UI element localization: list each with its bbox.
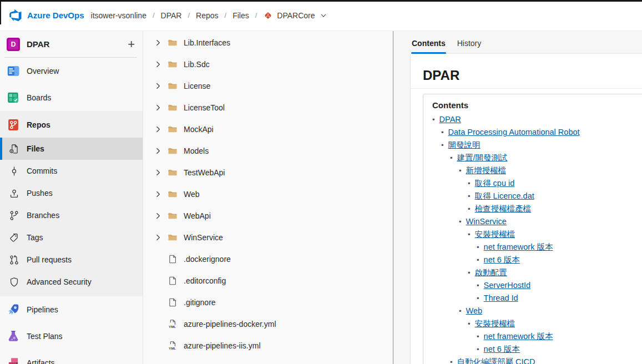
chevron-right-icon[interactable]: [154, 190, 163, 199]
sidebar-item-pull-requests[interactable]: Pull requests: [0, 249, 143, 271]
tree-folder-models[interactable]: Models: [143, 140, 393, 161]
toc-link-item-16[interactable]: 安裝授權檔: [475, 319, 515, 328]
azure-devops-logo-icon[interactable]: [8, 8, 22, 22]
sidebar-item-commits[interactable]: Commits: [0, 160, 143, 182]
toc-item: •Web: [459, 305, 642, 317]
sidebar-item-files[interactable]: Files: [0, 138, 143, 160]
tree-file-partial[interactable]: [143, 360, 393, 364]
tree-file-dockerignore[interactable]: .dockerignore: [143, 248, 393, 270]
chevron-right-icon[interactable]: [154, 211, 163, 220]
toc-link-item-3[interactable]: 建置/開發測試: [457, 153, 508, 162]
tree-item-label: .editorconfig: [184, 276, 226, 285]
project-header[interactable]: D DPAR +: [0, 31, 143, 57]
toc-bullet: •: [477, 243, 479, 251]
breadcrumb: itsower-vsonline/DPAR/Repos/Files/DPARCo…: [91, 11, 331, 21]
toc-link-item-9[interactable]: 安裝授權檔: [475, 230, 515, 239]
brand-title[interactable]: Azure DevOps: [27, 11, 84, 20]
toc-link-cicd[interactable]: 自動化編譯部屬 CICD: [457, 357, 535, 364]
sidebar-item-tags[interactable]: Tags: [0, 226, 143, 249]
toc-link-thread-id[interactable]: Thread Id: [484, 294, 518, 302]
repo-picker[interactable]: DPARCore: [263, 11, 331, 21]
sidebar-item-boards[interactable]: Boards: [0, 84, 143, 111]
toc-link-item-7[interactable]: 檢查授權檔產檔: [475, 204, 532, 213]
folder-icon: [168, 124, 178, 134]
breadcrumb-item-dpar[interactable]: DPAR: [161, 11, 182, 20]
toc-link-licence-dat[interactable]: 取得 Licence.dat: [475, 191, 534, 200]
tree-indent: [154, 298, 163, 307]
sidebar-item-artifacts[interactable]: Artifacts: [0, 350, 143, 364]
tree-folder-lib-interfaces[interactable]: Lib.Interfaces: [143, 32, 393, 53]
tree-folder-winservice[interactable]: WinService: [143, 226, 393, 248]
toc-link-serverhostid[interactable]: ServerHostId: [484, 281, 531, 290]
panel-tabbar: ContentsHistory: [393, 31, 642, 54]
sidebar-item-pushes[interactable]: Pushes: [0, 182, 143, 204]
breadcrumb-item-itsower-vsonline[interactable]: itsower-vsonline: [91, 11, 146, 20]
tree-folder-testwebapi[interactable]: TestWebApi: [143, 161, 393, 183]
chevron-right-icon[interactable]: [154, 233, 163, 242]
toc-link-net-6[interactable]: net 6 版本: [484, 345, 520, 353]
tree-folder-web[interactable]: Web: [143, 183, 393, 205]
sidebar-item-label: Artifacts: [27, 358, 55, 364]
window-top-edge: [0, 0, 642, 2]
toc-bullet: •: [477, 281, 479, 290]
toc-bullet: •: [468, 179, 471, 188]
toc-item: •新增授權檔: [459, 164, 642, 177]
sidebar-item-test-plans[interactable]: Test Plans: [0, 323, 143, 350]
sidebar-nav-repos-section: ReposFilesCommitsPushesBranchesTagsPull …: [0, 111, 143, 296]
tree-folder-mockapi[interactable]: MockApi: [143, 118, 393, 140]
tree-folder-licensetool[interactable]: LicenseTool: [143, 97, 393, 118]
sidebar-item-overview[interactable]: Overview: [0, 58, 143, 84]
tree-file-azure-pipelines-docker-yml[interactable]: YMLazure-pipelines-docker.yml: [143, 313, 393, 335]
chevron-down-icon: [320, 12, 327, 19]
tree-file-gitignore[interactable]: .gitignore: [143, 291, 393, 313]
toc-link-net-framework[interactable]: net framework 版本: [484, 242, 553, 251]
commits-icon: [9, 166, 19, 176]
sidebar-item-advanced-security[interactable]: Advanced Security: [0, 271, 143, 293]
breadcrumb-item-files[interactable]: Files: [232, 11, 249, 20]
chevron-right-icon[interactable]: [154, 60, 163, 69]
breadcrumb-item-repos[interactable]: Repos: [196, 11, 218, 20]
chevron-right-icon[interactable]: [154, 82, 163, 90]
toc-link-item-12[interactable]: 啟動配置: [475, 268, 507, 277]
chevron-right-icon[interactable]: [154, 168, 163, 177]
content-panel: ContentsHistory DPAR Contents •DPAR•Data…: [393, 31, 642, 364]
tree-file-azure-pipelines-iis-yml[interactable]: YMLazure-pipelines-iis.yml: [143, 335, 393, 356]
toc-link-cpu-id[interactable]: 取得 cpu id: [475, 179, 515, 188]
tree-item-label: WebApi: [184, 211, 211, 220]
toc-link-net-framework[interactable]: net framework 版本: [484, 332, 553, 341]
repos-icon: [7, 118, 20, 132]
tree-folder-lib-sdc[interactable]: Lib.Sdc: [143, 53, 393, 75]
toc-link-net-6[interactable]: net 6 版本: [484, 255, 520, 264]
chevron-right-icon[interactable]: [154, 146, 163, 155]
toc-link-web[interactable]: Web: [466, 306, 483, 315]
tab-history[interactable]: History: [457, 39, 482, 54]
chevron-right-icon[interactable]: [154, 38, 163, 47]
main-layout: D DPAR + OverviewBoards ReposFilesCommit…: [0, 31, 642, 364]
add-project-button[interactable]: +: [128, 39, 135, 50]
toc-item: •net framework 版本: [477, 330, 642, 343]
folder-icon: [168, 189, 178, 199]
sidebar-item-label: Commits: [27, 166, 57, 175]
toc-link-item-2[interactable]: 開發說明: [448, 140, 481, 149]
toc-link-data-processing-automational-robot[interactable]: Data Processing Automational Robot: [448, 128, 580, 136]
sidebar-item-label: Advanced Security: [27, 277, 92, 286]
sidebar-item-label: Repos: [27, 120, 50, 129]
toc-bullet: •: [459, 166, 462, 175]
tree-item-label: .dockerignore: [184, 255, 231, 264]
toc-link-winservice[interactable]: WinService: [466, 217, 507, 226]
tab-contents[interactable]: Contents: [411, 39, 446, 54]
tree-folder-webapi[interactable]: WebApi: [143, 205, 393, 226]
chevron-right-icon[interactable]: [154, 125, 163, 134]
tree-folder-license[interactable]: License: [143, 75, 393, 97]
sidebar-item-branches[interactable]: Branches: [0, 204, 143, 226]
toc-link-dpar[interactable]: DPAR: [439, 115, 461, 124]
toc-box: Contents •DPAR•Data Processing Automatio…: [423, 94, 642, 364]
toc-item: •建置/開發測試: [450, 151, 642, 164]
folder-icon: [168, 59, 178, 69]
sidebar-item-repos[interactable]: Repos: [0, 112, 143, 138]
chevron-right-icon[interactable]: [154, 103, 163, 112]
tree-file-editorconfig[interactable]: .editorconfig: [143, 270, 393, 291]
toc-link-item-4[interactable]: 新增授權檔: [466, 166, 507, 175]
sidebar-item-pipelines[interactable]: Pipelines: [0, 296, 143, 323]
breadcrumb-separator: /: [188, 11, 190, 19]
